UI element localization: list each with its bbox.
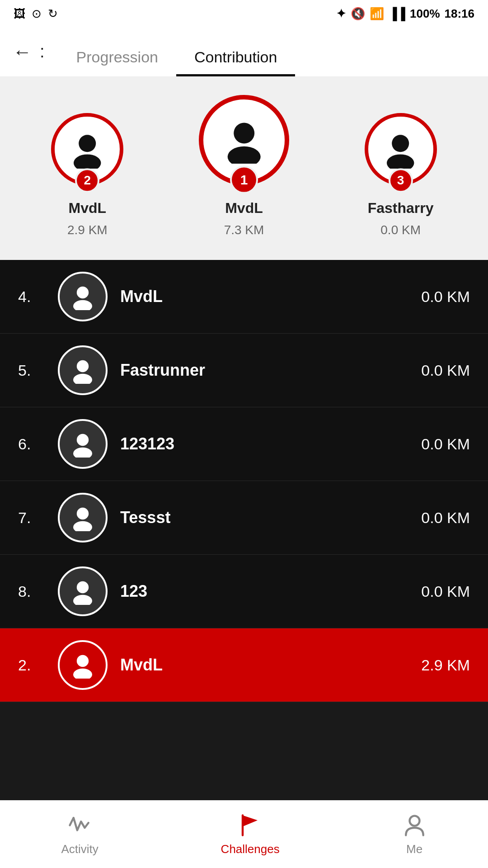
svg-point-14 — [77, 581, 89, 593]
svg-point-7 — [73, 300, 92, 310]
user-icon — [69, 283, 96, 310]
status-bar: 🖼 ⊙ ↻ ✦ 🔇 📶 ▐▐ 100% 18:16 — [0, 0, 488, 27]
list-avatar — [58, 419, 108, 469]
user-icon — [69, 504, 96, 531]
svg-point-16 — [77, 655, 89, 667]
user-name: MvdL — [120, 287, 408, 306]
podium-dist-third: 0.0 KM — [380, 223, 421, 237]
nav-activity[interactable]: Activity — [61, 813, 98, 856]
svg-point-0 — [79, 135, 96, 152]
svg-point-11 — [73, 448, 92, 458]
podium-badge-third: 3 — [389, 168, 413, 193]
header: ← : Progression Contribution — [0, 27, 488, 77]
me-label: Me — [406, 842, 422, 856]
back-button[interactable]: ← — [13, 41, 32, 63]
wifi-icon: 📶 — [370, 7, 384, 21]
podium-name-third: Fastharry — [368, 200, 434, 217]
user-distance: 0.0 KM — [421, 509, 470, 527]
podium-name-second: MvdL — [69, 200, 107, 217]
podium-avatar-wrap-second: 2 — [51, 113, 123, 185]
rank-label: 8. — [18, 583, 45, 600]
user-distance: 0.0 KM — [421, 362, 470, 379]
podium-item-first: 1 MvdL 7.3 KM — [199, 95, 289, 237]
svg-point-1 — [74, 154, 101, 169]
podium-item-second: 2 MvdL 2.9 KM — [51, 113, 123, 237]
user-name: 123 — [120, 582, 408, 601]
sync-icon: ↻ — [48, 7, 58, 21]
list-item[interactable]: 4. MvdL 0.0 KM — [0, 260, 488, 334]
list-avatar — [58, 345, 108, 395]
image-icon: 🖼 — [14, 7, 25, 21]
nav-me[interactable]: Me — [402, 813, 427, 856]
user-icon — [69, 430, 96, 458]
nav-challenges[interactable]: Challenges — [221, 813, 280, 856]
svg-point-20 — [409, 816, 419, 826]
svg-point-12 — [77, 508, 89, 519]
svg-point-5 — [387, 154, 414, 169]
list-item[interactable]: 5. Fastrunner 0.0 KM — [0, 334, 488, 407]
svg-point-6 — [77, 287, 89, 298]
menu-dots[interactable]: : — [40, 42, 45, 61]
battery-label: 100% — [410, 7, 440, 21]
svg-point-9 — [73, 374, 92, 384]
bluetooth-icon: ✦ — [336, 7, 346, 21]
list-item[interactable]: 6. 123123 0.0 KM — [0, 407, 488, 481]
status-bar-right: ✦ 🔇 📶 ▐▐ 100% 18:16 — [336, 7, 474, 21]
user-name: Tessst — [120, 508, 408, 527]
list-avatar-current — [58, 640, 108, 690]
user-icon-third — [381, 130, 420, 169]
list-item[interactable]: 7. Tessst 0.0 KM — [0, 481, 488, 555]
time-label: 18:16 — [445, 7, 475, 21]
rank-label: 2. — [18, 656, 45, 674]
user-distance-current: 2.9 KM — [421, 656, 470, 674]
activity-label: Activity — [61, 842, 98, 856]
list-avatar — [58, 493, 108, 542]
podium-dist-first: 7.3 KM — [224, 223, 264, 237]
rank-label: 4. — [18, 288, 45, 306]
user-name-current: MvdL — [120, 656, 408, 675]
list-item[interactable]: 8. 123 0.0 KM — [0, 555, 488, 628]
podium-section: 2 MvdL 2.9 KM 1 MvdL 7.3 KM — [0, 77, 488, 260]
svg-point-17 — [73, 669, 92, 679]
user-icon — [69, 357, 96, 384]
user-distance: 0.0 KM — [421, 583, 470, 600]
svg-point-8 — [77, 360, 89, 372]
signal-icon: ▐▐ — [389, 7, 405, 21]
podium-avatar-wrap-third: 3 — [365, 113, 437, 185]
podium-avatar-wrap-first: 1 — [199, 95, 289, 185]
list-item-current-user[interactable]: 2. MvdL 2.9 KM — [0, 628, 488, 702]
tab-progression[interactable]: Progression — [58, 48, 176, 76]
tab-bar: Progression Contribution — [58, 27, 475, 76]
podium-badge-first: 1 — [230, 166, 258, 194]
person-icon — [402, 813, 427, 838]
target-icon: ⊙ — [32, 7, 42, 21]
podium-badge-second: 2 — [75, 168, 99, 193]
user-distance: 0.0 KM — [421, 288, 470, 306]
podium-item-third: 3 Fastharry 0.0 KM — [365, 113, 437, 237]
activity-icon — [67, 813, 92, 838]
rank-label: 7. — [18, 509, 45, 527]
user-icon-second — [68, 130, 107, 169]
leaderboard-list: 4. MvdL 0.0 KM 5. Fastrunner 0.0 KM 6. — [0, 260, 488, 702]
user-name: Fastrunner — [120, 361, 408, 380]
mute-icon: 🔇 — [351, 7, 365, 21]
podium-dist-second: 2.9 KM — [67, 223, 108, 237]
svg-point-10 — [77, 434, 89, 446]
svg-point-15 — [73, 595, 92, 605]
tab-contribution[interactable]: Contribution — [176, 48, 295, 76]
bottom-nav: Activity Challenges Me — [0, 800, 488, 868]
user-name: 123123 — [120, 434, 408, 453]
user-icon — [69, 651, 96, 679]
challenges-label: Challenges — [221, 842, 280, 856]
podium-name-first: MvdL — [225, 200, 263, 217]
list-avatar — [58, 566, 108, 616]
svg-point-4 — [392, 135, 409, 152]
rank-label: 5. — [18, 362, 45, 379]
user-icon-first — [221, 117, 267, 164]
svg-marker-19 — [243, 815, 258, 826]
flag-icon — [238, 813, 263, 838]
status-bar-left: 🖼 ⊙ ↻ — [14, 7, 58, 21]
rank-label: 6. — [18, 435, 45, 453]
user-distance: 0.0 KM — [421, 435, 470, 453]
svg-point-3 — [227, 146, 260, 164]
